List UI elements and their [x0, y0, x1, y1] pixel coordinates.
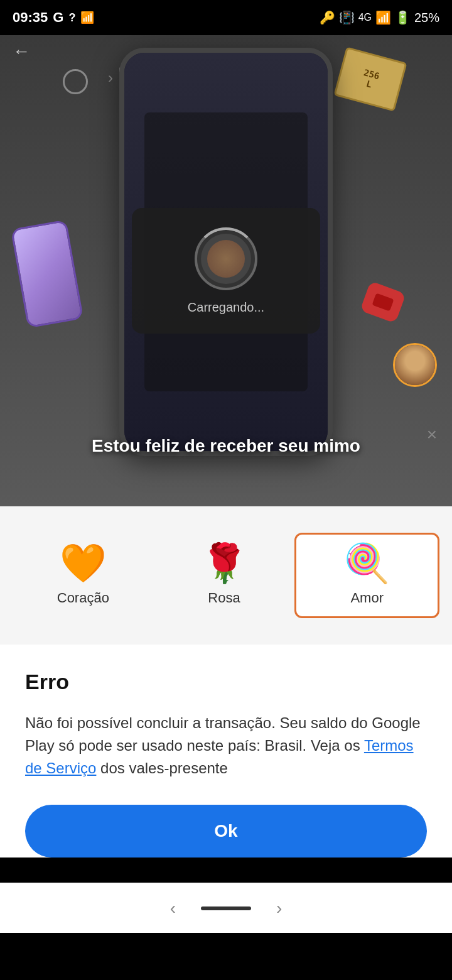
signal-bars-icon: 📶 [80, 11, 94, 24]
amor-emoji: 🍭 [343, 545, 390, 582]
key-icon: 🔑 [320, 10, 335, 25]
loading-text: Carregando... [188, 300, 264, 315]
battery-percent: 25% [414, 11, 439, 25]
status-bar: 09:35 G ? 📶 🔑 📳 4G 📶 🔋 25% [0, 0, 452, 35]
app-background: ← › 256L Carregando... Estou feliz de re… [0, 35, 452, 506]
cellular-icon: 📶 [375, 10, 391, 25]
error-title: Erro [25, 670, 427, 694]
error-dialog: Erro Não foi possível concluir a transaç… [0, 645, 452, 858]
purple-phone-graphic [11, 219, 83, 328]
error-message-suffix: dos vales-presente [96, 760, 227, 776]
nav-pill [201, 906, 251, 910]
error-message: Não foi possível concluir a transação. S… [25, 712, 427, 780]
bottom-nav: ‹ › [0, 883, 452, 933]
signal-4g-icon: 4G [358, 12, 372, 23]
rosa-emoji: 🌹 [201, 545, 248, 582]
signal-icon: ? [68, 11, 75, 24]
gift-items-area: 🧡 Coração 🌹 Rosa 🍭 Amor [0, 506, 452, 645]
error-message-text: Não foi possível concluir a transação. S… [25, 714, 421, 754]
status-time: 09:35 [13, 9, 48, 26]
chevron-right-icon: › [108, 69, 113, 87]
spinner-ring [195, 227, 257, 290]
google-icon: G [53, 9, 63, 26]
spinner-face [201, 234, 251, 284]
gift-item-rosa[interactable]: 🌹 Rosa [154, 535, 295, 616]
back-button[interactable]: ← [13, 41, 30, 62]
loading-overlay: Carregando... [132, 208, 320, 334]
coracao-label: Coração [57, 590, 109, 606]
gift-title-area: Estou feliz de receber seu mimo [0, 436, 452, 456]
close-button[interactable]: × [427, 425, 437, 445]
gift-title: Estou feliz de receber seu mimo [0, 436, 452, 456]
circle-icon [63, 69, 88, 94]
battery-icon: 🔋 [395, 10, 411, 25]
rosa-label: Rosa [208, 590, 240, 606]
vibrate-icon: 📳 [339, 10, 355, 25]
user-avatar [393, 343, 437, 387]
gift-item-coracao[interactable]: 🧡 Coração [13, 535, 154, 616]
sd-card-graphic: 256L [333, 46, 407, 111]
nav-back-arrow[interactable]: ‹ [170, 898, 176, 918]
coracao-emoji: 🧡 [60, 545, 107, 582]
ok-button[interactable]: Ok [25, 805, 427, 858]
amor-label: Amor [350, 590, 384, 606]
nav-forward-arrow[interactable]: › [276, 898, 282, 918]
game-controller-graphic [360, 281, 406, 324]
gift-item-amor[interactable]: 🍭 Amor [294, 533, 439, 618]
